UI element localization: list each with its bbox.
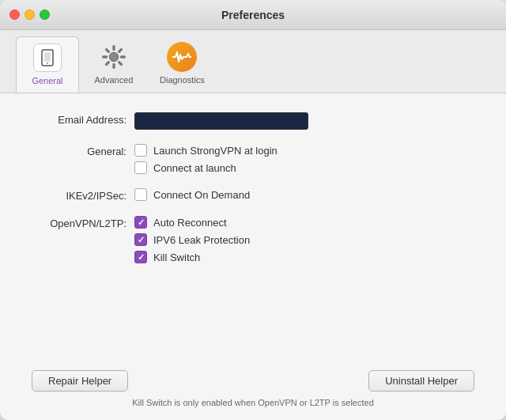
preferences-window: Preferences General	[0, 0, 506, 420]
svg-rect-1	[44, 52, 51, 62]
openvpn-label: OpenVPN/L2TP:	[24, 216, 134, 229]
close-button[interactable]	[9, 9, 20, 20]
tab-general[interactable]: General	[16, 36, 79, 93]
ikev2-label: IKEv2/IPSec:	[24, 188, 134, 202]
svg-line-11	[107, 62, 109, 65]
connect-at-launch-checkbox[interactable]	[134, 161, 147, 174]
email-input[interactable]	[134, 112, 308, 130]
launch-strongvpn-checkbox[interactable]	[134, 144, 147, 157]
footer-note: Kill Switch is only enabled when OpenVPN…	[24, 398, 482, 407]
waveform-icon	[167, 42, 197, 72]
openvpn-row: OpenVPN/L2TP: Auto Reconnect IPV6 Leak P…	[24, 216, 482, 263]
window-title: Preferences	[221, 9, 285, 21]
button-row: Repair Helper Uninstall Helper	[24, 370, 482, 392]
general-row: General: Launch StrongVPN at login Conne…	[24, 144, 482, 174]
repair-helper-button[interactable]: Repair Helper	[32, 370, 128, 392]
main-content: Email Address: General: Launch StrongVPN…	[0, 93, 506, 420]
general-tab-icon	[32, 42, 63, 74]
connect-at-launch-label: Connect at launch	[153, 162, 236, 174]
kill-switch-row: Kill Switch	[134, 251, 250, 263]
connect-on-demand-row: Connect On Demand	[134, 188, 250, 201]
ikev2-row: IKEv2/IPSec: Connect On Demand	[24, 188, 482, 202]
ipv6-leak-label: IPV6 Leak Protection	[153, 234, 250, 246]
openvpn-checkboxes: Auto Reconnect IPV6 Leak Protection Kill…	[134, 216, 250, 263]
tab-advanced[interactable]: Advanced	[82, 36, 145, 93]
auto-reconnect-label: Auto Reconnect	[153, 217, 227, 229]
diagnostics-tab-icon	[166, 41, 198, 73]
svg-line-9	[119, 62, 122, 65]
traffic-lights	[9, 9, 50, 20]
connect-on-demand-checkbox[interactable]	[134, 188, 147, 201]
svg-line-8	[107, 50, 109, 52]
launch-strongvpn-label: Launch StrongVPN at login	[153, 145, 278, 157]
advanced-tab-label: Advanced	[95, 75, 134, 85]
tab-diagnostics[interactable]: Diagnostics	[149, 36, 216, 93]
email-label: Email Address:	[24, 112, 134, 126]
ikev2-checkboxes: Connect On Demand	[134, 188, 250, 201]
general-checkboxes: Launch StrongVPN at login Connect at lau…	[134, 144, 278, 174]
auto-reconnect-checkbox[interactable]	[134, 216, 147, 229]
minimize-button[interactable]	[25, 9, 35, 20]
maximize-button[interactable]	[40, 9, 50, 20]
svg-line-10	[119, 50, 122, 52]
titlebar: Preferences	[0, 0, 506, 30]
diagnostics-tab-label: Diagnostics	[160, 75, 205, 85]
ipv6-leak-row: IPV6 Leak Protection	[134, 233, 250, 246]
general-tab-label: General	[32, 76, 62, 85]
uninstall-helper-button[interactable]: Uninstall Helper	[368, 370, 474, 392]
kill-switch-label: Kill Switch	[153, 252, 200, 263]
phone-icon	[33, 44, 62, 72]
svg-point-3	[109, 52, 118, 61]
email-row: Email Address:	[24, 112, 482, 130]
email-input-area	[134, 112, 308, 130]
launch-strongvpn-row: Launch StrongVPN at login	[134, 144, 278, 157]
connect-on-demand-label: Connect On Demand	[153, 189, 250, 201]
connect-at-launch-row: Connect at launch	[134, 161, 278, 174]
svg-point-2	[47, 62, 48, 64]
auto-reconnect-row: Auto Reconnect	[134, 216, 250, 229]
advanced-tab-icon	[98, 41, 130, 73]
general-label: General:	[24, 144, 134, 157]
kill-switch-checkbox[interactable]	[134, 251, 147, 263]
ipv6-leak-checkbox[interactable]	[134, 233, 147, 246]
toolbar: General A	[0, 30, 506, 93]
